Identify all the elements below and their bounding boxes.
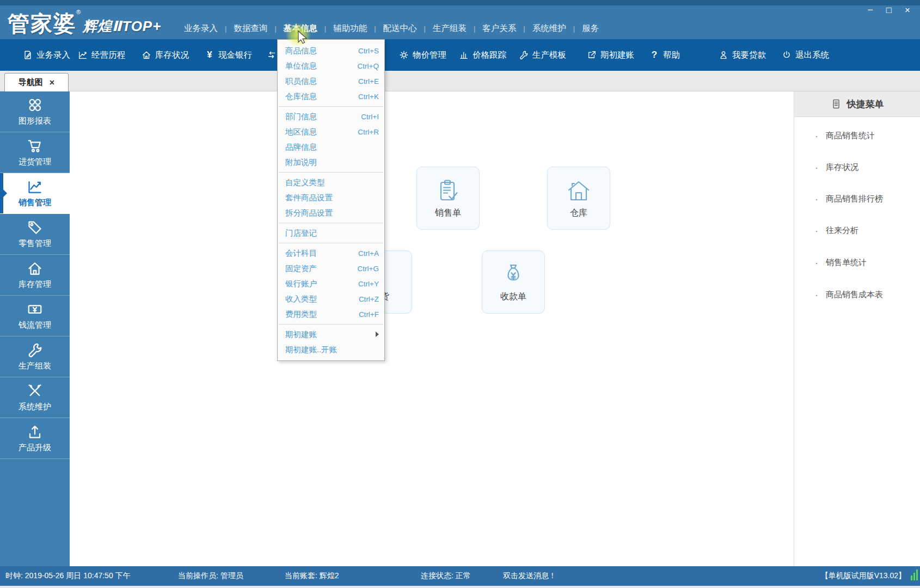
power-icon — [782, 50, 792, 60]
tile-2[interactable]: 仓库 — [547, 167, 610, 230]
menubar-item-9[interactable]: 服务 — [575, 21, 606, 36]
menu-item-label: 期初建账 — [285, 329, 372, 340]
toolbar-item-退出系统[interactable]: 退出系统 — [782, 39, 829, 71]
menu-item-20[interactable]: 收入类型Ctrl+Z — [278, 291, 384, 307]
quick-menu-item-6[interactable]: ·商品销售成本表 — [815, 290, 883, 300]
sidebar-item-2[interactable]: 进货管理 — [0, 132, 70, 173]
quick-menu-item-3[interactable]: ·商品销售排行榜 — [815, 194, 883, 204]
menu-item-shortcut: Ctrl+K — [358, 93, 379, 101]
title-bar: 管家婆®辉煌ⅡTOP+ 业务录入|数据查询|基本信息|辅助功能|配送中心|生产组… — [0, 0, 920, 39]
bullet-dot: · — [815, 226, 818, 236]
sidebar-item-3[interactable]: 销售管理 — [0, 173, 70, 214]
tile-1[interactable]: 销售单 — [416, 167, 480, 230]
sidebar-item-label: 图形报表 — [19, 116, 51, 126]
tab-navigation-map[interactable]: 导航图 × — [4, 73, 69, 91]
status-send-message[interactable]: 双击发送消息！ — [503, 566, 556, 586]
menubar-item-1[interactable]: 业务录入 — [177, 21, 225, 36]
menu-item-19[interactable]: 银行账户Ctrl+Y — [278, 276, 384, 291]
minimize-button[interactable]: − — [868, 4, 873, 16]
app-logo: 管家婆®辉煌ⅡTOP+ — [8, 9, 161, 39]
brand-subtitle: 辉煌ⅡTOP+ — [83, 18, 161, 34]
tag-icon — [27, 219, 43, 236]
menubar-item-4[interactable]: 辅助功能 — [326, 21, 374, 36]
toolbar-item-帮助[interactable]: ?帮助 — [649, 39, 680, 71]
menu-item-24[interactable]: 期初建账..开账 — [278, 342, 384, 357]
crossed-tools-icon — [27, 383, 43, 399]
toolbar-item-现金银行[interactable]: ¥现金银行 — [205, 39, 252, 71]
menu-item-shortcut: Ctrl+R — [358, 128, 379, 136]
toolbar-item-物价管理[interactable]: 物价管理 — [399, 39, 446, 71]
tile-label: 销售单 — [435, 207, 461, 219]
menu-item-4[interactable]: 仓库信息Ctrl+K — [278, 89, 384, 104]
sidebar-item-label: 系统维护 — [19, 402, 51, 412]
menubar-item-5[interactable]: 配送中心 — [376, 21, 424, 36]
wrench-icon — [27, 342, 43, 358]
toolbar-item-经营历程[interactable]: 经营历程 — [78, 39, 125, 71]
sidebar-item-5[interactable]: 库存管理 — [0, 255, 70, 296]
menu-item-11[interactable]: 自定义类型 — [278, 175, 384, 190]
sidebar-item-6[interactable]: 钱流管理 — [0, 296, 70, 336]
menubar-item-2[interactable]: 数据查询 — [226, 21, 274, 36]
menu-item-23[interactable]: 期初建账 — [278, 327, 384, 342]
export-icon — [587, 50, 597, 60]
sidebar-item-8[interactable]: 系统维护 — [0, 377, 70, 418]
sidebar-item-label: 生产组装 — [19, 361, 51, 371]
menu-item-9[interactable]: 附加说明 — [278, 155, 384, 170]
menu-item-18[interactable]: 固定资产Ctrl+G — [278, 261, 384, 276]
menu-item-17[interactable]: 会计科目Ctrl+A — [278, 246, 384, 261]
submenu-arrow-icon — [376, 332, 379, 337]
menu-item-shortcut: Ctrl+Q — [358, 62, 379, 70]
bullet-dot: · — [815, 163, 818, 173]
menu-separator — [279, 223, 383, 223]
toolbar-item-我要贷款[interactable]: 我要贷款 — [719, 39, 766, 71]
menu-item-21[interactable]: 费用类型Ctrl+F — [278, 307, 384, 322]
menu-item-label: 附加说明 — [285, 157, 379, 168]
home-icon — [142, 50, 151, 60]
bullet-dot: · — [815, 258, 818, 268]
menu-item-8[interactable]: 品牌信息 — [278, 139, 384, 155]
tab-close-icon[interactable]: × — [50, 78, 54, 88]
menu-item-12[interactable]: 套件商品设置 — [278, 190, 384, 205]
toolbar-item-期初建账[interactable]: 期初建账 — [587, 39, 634, 71]
sidebar-item-7[interactable]: 生产组装 — [0, 336, 70, 377]
bullet-dot: · — [815, 194, 818, 204]
registered-mark: ® — [76, 9, 81, 15]
toolbar-item-生产模板[interactable]: 生产模板 — [519, 39, 566, 71]
menu-item-label: 自定义类型 — [285, 177, 379, 188]
menu-item-2[interactable]: 单位信息Ctrl+Q — [278, 58, 384, 74]
close-button[interactable]: × — [905, 4, 910, 16]
menubar-item-6[interactable]: 生产组装 — [426, 21, 474, 36]
quick-menu-item-label: 库存状况 — [826, 162, 858, 173]
status-connection: 连接状态: 正常 — [421, 566, 471, 586]
quick-menu-item-1[interactable]: ·商品销售统计 — [815, 131, 875, 141]
status-bar: 时钟: 2019-05-26 周日 10:47:50 下午 当前操作员: 管理员… — [0, 566, 920, 586]
menu-item-13[interactable]: 拆分商品设置 — [278, 205, 384, 220]
quick-menu-item-2[interactable]: ·库存状况 — [815, 162, 858, 173]
menubar-item-7[interactable]: 客户关系 — [475, 21, 523, 36]
maximize-button[interactable]: □ — [886, 4, 892, 16]
menu-item-6[interactable]: 部门信息Ctrl+I — [278, 109, 384, 124]
menu-separator — [279, 172, 383, 173]
sidebar-item-9[interactable]: 产品升级 — [0, 418, 70, 459]
toolbar-item-库存状况[interactable]: 库存状况 — [142, 39, 189, 71]
toolbar-item-价格跟踪[interactable]: 价格跟踪 — [459, 39, 506, 71]
toolbar-item-hidden[interactable] — [267, 39, 277, 71]
menu-item-15[interactable]: 门店登记 — [278, 225, 384, 241]
toolbar-item-业务录入[interactable]: 业务录入 — [23, 39, 70, 71]
menubar-item-8[interactable]: 系统维护 — [525, 21, 573, 36]
menu-item-7[interactable]: 地区信息Ctrl+R — [278, 124, 384, 139]
menu-item-shortcut: Ctrl+G — [358, 265, 379, 273]
menu-item-3[interactable]: 职员信息Ctrl+E — [278, 74, 384, 89]
four-circles-icon — [27, 97, 43, 113]
menu-item-label: 门店登记 — [285, 228, 379, 238]
menu-item-label: 期初建账..开账 — [285, 345, 379, 355]
banknote-icon — [27, 301, 43, 317]
quick-menu-item-5[interactable]: ·销售单统计 — [815, 258, 867, 268]
tile-4[interactable]: 收款单 — [482, 250, 545, 314]
sidebar-item-1[interactable]: 图形报表 — [0, 91, 70, 132]
quick-menu-item-4[interactable]: ·往来分析 — [815, 225, 858, 236]
sidebar-item-4[interactable]: 零售管理 — [0, 214, 70, 255]
quick-menu-header: 快捷菜单 — [794, 91, 920, 117]
menu-item-label: 固定资产 — [285, 264, 358, 274]
sidebar-item-label: 钱流管理 — [19, 320, 51, 330]
